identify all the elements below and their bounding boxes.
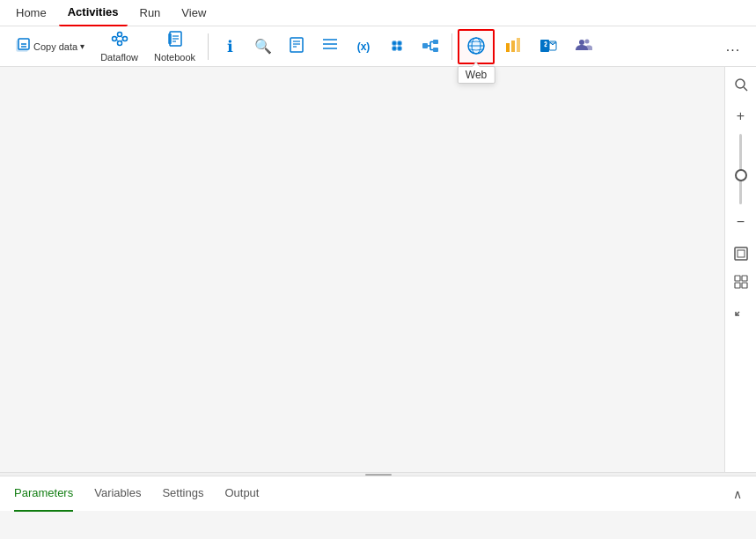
copy-data-icon [14,36,32,56]
svg-rect-56 [735,283,740,288]
svg-rect-17 [290,38,303,52]
rt-search-button[interactable] [729,72,753,97]
svg-rect-54 [735,276,740,281]
svg-line-51 [744,87,747,91]
svg-rect-13 [168,33,172,44]
svg-rect-42 [506,43,510,52]
dataflow-icon [111,30,128,50]
svg-rect-44 [517,38,520,52]
svg-rect-43 [511,41,515,52]
list-button[interactable] [314,29,346,64]
dataflow-label: Dataflow [100,52,138,63]
script-button[interactable] [281,29,312,64]
sep1 [208,33,209,60]
collapse-panel-button[interactable]: ∧ [733,487,742,501]
pipeline-button[interactable] [415,29,446,64]
expression-icon: (x) [357,41,371,53]
outlook-button[interactable] [532,29,565,64]
outlook-icon [539,36,558,57]
web-globe-icon [466,36,486,57]
zoom-thumb[interactable] [735,169,747,181]
svg-point-49 [585,39,590,43]
menu-bar: Home Activities Run View [0,0,756,26]
script-icon [288,36,305,57]
web-button[interactable] [458,29,495,64]
dataflow-button[interactable]: Dataflow [93,29,145,64]
zoom-in-button[interactable]: + [729,104,753,129]
toolbar: Copy data ▾ Dataflow [0,26,756,67]
list-icon [321,35,339,57]
svg-point-4 [112,37,116,41]
drag-handle-inner [365,474,392,476]
fit-page-button[interactable] [729,241,753,266]
notebook-label: Notebook [154,52,195,63]
info-icon: ℹ [227,37,233,56]
tab-settings[interactable]: Settings [162,476,203,512]
svg-point-50 [736,79,745,88]
zoom-slider-wrap: + − [729,100,753,238]
svg-rect-32 [422,43,428,48]
info-button[interactable]: ℹ [214,29,246,64]
menu-activities[interactable]: Activities [59,0,128,26]
svg-point-6 [122,37,127,41]
svg-rect-34 [433,48,438,52]
notebook-button[interactable]: Notebook [147,29,202,64]
svg-point-27 [398,47,401,50]
zoom-out-button[interactable]: − [729,210,753,234]
svg-point-48 [579,40,584,45]
svg-point-24 [393,41,396,45]
svg-point-5 [117,33,121,37]
arrange-button[interactable] [729,270,753,294]
collapse-button[interactable] [729,298,753,322]
search-icon: 🔍 [254,38,272,55]
svg-point-25 [398,41,401,45]
svg-rect-57 [742,283,747,288]
canvas-area[interactable] [0,67,724,472]
svg-point-7 [117,41,121,46]
svg-point-26 [393,47,396,50]
expression-button[interactable]: (x) [348,29,379,64]
pipeline-icon [422,37,439,56]
powerbi-button[interactable] [496,29,530,64]
more-icon: ... [726,39,740,55]
more-button[interactable]: ... [717,29,749,64]
copy-data-button[interactable]: Copy data ▾ [7,29,92,64]
copy-data-arrow: ▾ [80,41,84,51]
web-button-wrap: Web [458,29,495,64]
zoom-out-icon: − [737,214,745,230]
sep2 [451,33,452,60]
menu-view[interactable]: View [172,0,215,26]
tab-variables[interactable]: Variables [94,476,141,512]
search-button[interactable]: 🔍 [247,29,279,64]
powerbi-icon [503,36,523,57]
zoom-track[interactable] [739,134,742,204]
web-tooltip: Web [458,66,495,84]
settings-button[interactable] [381,29,413,64]
copy-data-label: Copy data [33,41,77,52]
right-toolbar: + − [724,67,756,472]
menu-run[interactable]: Run [131,0,170,26]
main-canvas: + − [0,67,756,472]
svg-rect-52 [735,247,747,260]
menu-home[interactable]: Home [7,0,55,26]
svg-rect-33 [433,40,438,44]
settings-icon [388,37,406,56]
svg-rect-55 [742,276,747,281]
svg-rect-53 [738,250,745,257]
teams-button[interactable] [567,29,600,64]
notebook-icon [166,30,184,50]
zoom-in-icon: + [737,108,745,124]
tab-parameters[interactable]: Parameters [14,476,73,512]
teams-icon [574,36,593,57]
tab-output[interactable]: Output [224,476,259,512]
bottom-panel: Parameters Variables Settings Output ∧ [0,476,756,511]
